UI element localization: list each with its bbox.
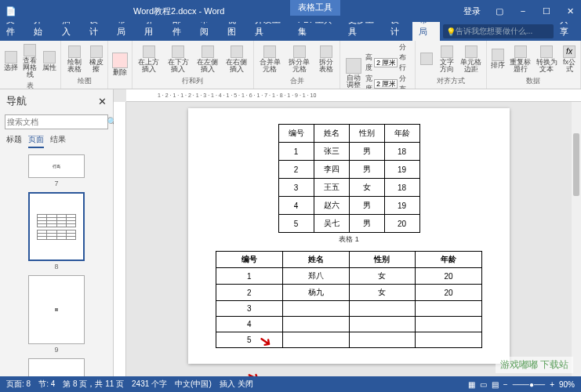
table-cell[interactable]: 吴七 (314, 215, 349, 233)
table-cell[interactable]: 19 (384, 197, 419, 215)
table-cell[interactable]: 20 (416, 285, 482, 301)
sort-button[interactable]: 排序 (489, 47, 507, 71)
insert-left-button[interactable]: 在左侧插入 (194, 44, 221, 74)
status-words[interactable]: 2431 个字 (132, 379, 167, 390)
table-cell[interactable] (282, 317, 349, 332)
table-cell[interactable] (349, 317, 416, 332)
width-input[interactable] (374, 79, 398, 89)
zoom-out-icon[interactable]: − (503, 380, 508, 389)
table-cell[interactable]: 3 (216, 301, 283, 317)
table-row[interactable]: 1张三男18 (278, 143, 419, 161)
close-icon[interactable]: ✕ (559, 0, 581, 22)
table-cell[interactable]: 郑八 (282, 268, 349, 285)
table-row[interactable]: 4赵六男19 (278, 197, 419, 215)
table-cell[interactable]: 男 (349, 143, 384, 161)
col-header[interactable]: 编号 (278, 125, 314, 143)
login-link[interactable]: 登录 (457, 5, 487, 17)
table-row[interactable]: 2李四男19 (278, 161, 419, 179)
table-cell[interactable] (349, 301, 416, 317)
split-table-button[interactable]: 拆分表格 (314, 44, 337, 74)
view-web-icon[interactable]: ▤ (492, 380, 499, 389)
table-cell[interactable]: 李四 (314, 161, 349, 179)
nav-tab-headings[interactable]: 标题 (6, 134, 22, 148)
nav-search-box[interactable]: 🔍 ▼ (5, 114, 108, 129)
col-header[interactable]: 年龄 (384, 125, 419, 143)
table-2[interactable]: 编号 姓名 性别 年龄 1郑八女202杨九女20345 (216, 251, 482, 348)
status-page[interactable]: 页面: 8 (6, 379, 31, 390)
document-scroll[interactable]: 编号 姓名 性别 年龄 1张三男182李四男193王五女184赵六男195吴七男… (126, 102, 572, 376)
maximize-icon[interactable]: ☐ (536, 0, 557, 22)
thumb-item[interactable]: 8 (3, 192, 110, 270)
nav-close-icon[interactable]: ✕ (98, 96, 107, 107)
view-read-icon[interactable]: ▭ (480, 380, 487, 389)
align-grid[interactable] (418, 51, 435, 67)
vertical-ruler[interactable] (114, 102, 126, 376)
table-cell[interactable]: 5 (216, 332, 283, 348)
table-row[interactable]: 2杨九女20 (216, 285, 482, 301)
zoom-level[interactable]: 90% (559, 380, 575, 389)
select-button[interactable]: 选择 (2, 49, 20, 73)
table-cell[interactable]: 4 (216, 317, 283, 332)
autofit-button[interactable]: 自动调整 (343, 56, 364, 89)
col-header[interactable]: 姓名 (314, 125, 349, 143)
table-cell[interactable]: 19 (384, 161, 419, 179)
table-cell[interactable]: 4 (278, 197, 314, 215)
minimize-icon[interactable]: − (512, 0, 534, 22)
scrollbar-thumb[interactable] (573, 133, 579, 196)
table-cell[interactable]: 5 (278, 215, 314, 233)
col-header[interactable]: 性别 (349, 125, 384, 143)
tell-me-search[interactable]: 💡 告诉我您想要做什么... (443, 24, 554, 38)
thumb-item[interactable]: 10 (3, 358, 110, 376)
table-cell[interactable]: 男 (349, 161, 384, 179)
formula-button[interactable]: fxfx公式 (561, 44, 578, 74)
repeat-header-button[interactable]: 重复标题行 (508, 44, 533, 74)
eraser-button[interactable]: 橡皮擦 (88, 44, 106, 74)
table-cell[interactable] (416, 301, 482, 317)
page-thumbnails[interactable]: 行高 7 8 9 10 (0, 151, 113, 376)
table-cell[interactable]: 20 (416, 268, 482, 285)
table-cell[interactable]: 1 (216, 268, 283, 285)
table-row[interactable]: 5 (216, 332, 482, 348)
table-cell[interactable] (282, 332, 349, 348)
distribute-cols-button[interactable]: 分布列 (399, 74, 412, 89)
table-cell[interactable]: 女 (349, 268, 416, 285)
table-cell[interactable]: 王五 (314, 179, 349, 197)
table-cell[interactable]: 1 (278, 143, 314, 161)
height-input[interactable] (374, 58, 398, 67)
table-cell[interactable]: 张三 (314, 143, 349, 161)
status-section[interactable]: 节: 4 (38, 379, 55, 390)
distribute-rows-button[interactable]: 分布行 (399, 42, 412, 73)
insert-below-button[interactable]: 在下方插入 (165, 44, 192, 74)
table-row[interactable]: 5吴七男20 (278, 215, 419, 233)
table-cell[interactable]: 18 (384, 143, 419, 161)
delete-button[interactable]: 删除 (111, 51, 129, 78)
cell-margins-button[interactable]: 单元格边距 (459, 44, 484, 74)
table-row[interactable]: 3王五女18 (278, 179, 419, 197)
table-cell[interactable] (349, 332, 416, 348)
insert-right-button[interactable]: 在右侧插入 (223, 44, 250, 74)
table-cell[interactable] (282, 301, 349, 317)
table-row[interactable]: 4 (216, 317, 482, 332)
table-cell[interactable]: 20 (384, 215, 419, 233)
status-page-of[interactable]: 第 8 页，共 11 页 (63, 379, 124, 390)
convert-text-button[interactable]: 转换为文本 (534, 44, 559, 74)
table-row[interactable]: 1郑八女20 (216, 268, 482, 285)
col-header[interactable]: 姓名 (282, 252, 349, 268)
properties-button[interactable]: 属性 (41, 49, 58, 73)
nav-tab-pages[interactable]: 页面 (28, 134, 44, 148)
zoom-slider[interactable]: ───●── (513, 380, 545, 389)
table-cell[interactable]: 2 (278, 161, 314, 179)
draw-table-button[interactable]: 绘制表格 (64, 44, 86, 74)
table-cell[interactable]: 女 (349, 179, 384, 197)
thumb-item[interactable]: 9 (3, 275, 110, 354)
table-caption[interactable]: 表格 1 (212, 234, 486, 245)
horizontal-ruler[interactable]: 1 · 2 · 1 · 1 · 2 · 1 · 3 · 1 · 4 · 1 · … (126, 89, 581, 102)
text-direction-button[interactable]: 文字方向 (437, 44, 457, 74)
table-cell[interactable] (416, 317, 482, 332)
table-cell[interactable]: 3 (278, 179, 314, 197)
split-cells-button[interactable]: 拆分单元格 (285, 44, 313, 74)
ribbon-display-icon[interactable]: ▢ (488, 0, 510, 22)
vertical-scrollbar[interactable] (572, 102, 581, 376)
col-header[interactable]: 编号 (216, 252, 283, 268)
col-header[interactable]: 年龄 (416, 252, 482, 268)
